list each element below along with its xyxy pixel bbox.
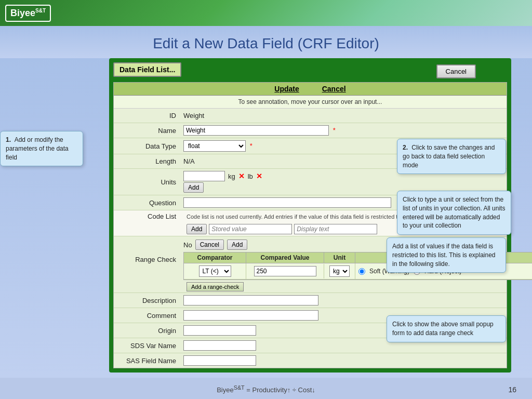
callout-5-text: Click to show the above small popup form… (392, 321, 494, 337)
callout-1-text: Add or modify the parameters of the data… (6, 136, 69, 161)
question-label: Question (114, 199, 181, 207)
name-row: Name * (114, 123, 507, 138)
compared-value-input[interactable] (254, 266, 316, 276)
origin-input[interactable] (183, 325, 256, 336)
length-label: Length (114, 157, 181, 165)
origin-label: Origin (114, 327, 181, 335)
footer-sup: S&T (234, 384, 245, 391)
callout-2-number: 2. (403, 144, 408, 151)
comparator-header: Comparator (184, 252, 246, 263)
sds-var-name-input[interactable] (183, 340, 256, 351)
name-value: * (181, 125, 507, 136)
annotation-text: To see annotation, move your cursor over… (238, 98, 382, 105)
footer: BiyeeS&T = Productivity↑ ÷ Cost↓ (0, 384, 532, 394)
range-add-button[interactable]: Add (227, 240, 247, 250)
sas-field-name-input[interactable] (183, 355, 256, 366)
description-row: Description (114, 293, 507, 308)
compared-value-header: Compared Value (246, 252, 324, 263)
callout-1-number: 1. (6, 136, 11, 143)
unit-input[interactable] (183, 171, 225, 181)
unit-lb-remove[interactable]: ✕ (256, 172, 262, 180)
panel-header: Data Field List... (113, 62, 181, 77)
callout-2: 2. Click to save the changes and go back… (397, 139, 506, 174)
stored-value-input[interactable] (209, 224, 292, 234)
datatype-select[interactable]: float integer text date (183, 140, 246, 152)
name-required: * (333, 126, 336, 134)
footer-text: Biyee (217, 386, 234, 394)
comment-input[interactable] (183, 310, 318, 321)
main-content: 1. Add or modify the parameters of the d… (0, 58, 532, 378)
datatype-label: Data Type (114, 142, 181, 150)
rangecheck-label: Range Check (114, 256, 181, 263)
units-label: Units (114, 178, 181, 186)
footer-page: 16 (508, 385, 516, 394)
id-row: ID Weight (114, 109, 507, 123)
codelist-label: Code List (114, 212, 181, 220)
description-value (181, 295, 507, 305)
wave-area: Edit a New Data Field (CRF Editor) (0, 26, 532, 58)
comparator-cell: LT (<) GT (>) EQ (=) (184, 263, 246, 279)
sds-var-name-label: SDS Var Name (114, 342, 181, 350)
comment-label: Comment (114, 312, 181, 320)
callout-3-text: Click to type a unit or select from the … (403, 196, 505, 229)
compared-value-cell (246, 264, 324, 278)
display-text-input[interactable] (294, 224, 377, 234)
sas-field-name-label: SAS Field Name (114, 357, 181, 365)
footer-formula: = Productivity↑ ÷ Cost↓ (246, 386, 315, 394)
logo-text: BiyeeS&T (10, 8, 46, 18)
cancel-bar-button[interactable]: Cancel (322, 85, 346, 93)
unit-kg-remove[interactable]: ✕ (238, 172, 245, 180)
sas-field-name-value (181, 355, 507, 366)
add-unit-button[interactable]: Add (183, 182, 204, 193)
unit-cell: kg lb (324, 263, 355, 279)
question-input[interactable] (183, 197, 391, 208)
page-title: Edit a New Data Field (CRF Editor) (0, 26, 532, 58)
name-input[interactable] (183, 125, 329, 136)
range-no: No (183, 241, 192, 249)
annotation-row: To see annotation, move your cursor over… (114, 96, 507, 109)
unit-header: Unit (324, 252, 355, 263)
unit-kg: kg (228, 172, 235, 180)
cancel-top-button[interactable]: Cancel (436, 64, 476, 78)
top-bar: BiyeeS&T (0, 0, 532, 26)
add-range-check-button[interactable]: Add a range-check (187, 282, 244, 291)
logo: BiyeeS&T (5, 5, 51, 22)
sas-field-name-row: SAS Field Name (114, 353, 507, 368)
callout-4: Add a list of values if the data field i… (387, 237, 506, 273)
name-label: Name (114, 127, 181, 135)
codelist-add-button[interactable]: Add (187, 224, 207, 234)
description-label: Description (114, 297, 181, 304)
callout-2-text: Click to save the changes and go back to… (403, 144, 495, 169)
codelist-inputs: Add (114, 222, 380, 236)
update-bar: Update Cancel (114, 83, 507, 96)
comparator-select[interactable]: LT (<) GT (>) EQ (=) (199, 265, 231, 277)
callout-1: 1. Add or modify the parameters of the d… (0, 131, 83, 166)
callout-4-text: Add a list of values if the data field i… (392, 243, 496, 268)
datatype-required: * (250, 142, 252, 150)
footer-brand: BiyeeS&T = Productivity↑ ÷ Cost↓ (217, 386, 315, 394)
callout-3: Click to type a unit or select from the … (397, 191, 511, 235)
description-input[interactable] (183, 295, 318, 305)
callout-5: Click to show the above small popup form… (387, 315, 506, 342)
id-label: ID (114, 112, 181, 119)
soft-warning-radio[interactable] (358, 268, 365, 275)
logo-sup: S&T (35, 8, 46, 14)
update-button[interactable]: Update (274, 85, 299, 93)
unit-lb: lb (248, 172, 253, 180)
range-cancel-button[interactable]: Cancel (195, 240, 224, 250)
units-value: kg ✕ lb ✕ Add (181, 171, 507, 193)
unit-select[interactable]: kg lb (329, 265, 350, 277)
id-value: Weight (181, 112, 507, 119)
logo-brand: Biyee (10, 8, 35, 18)
